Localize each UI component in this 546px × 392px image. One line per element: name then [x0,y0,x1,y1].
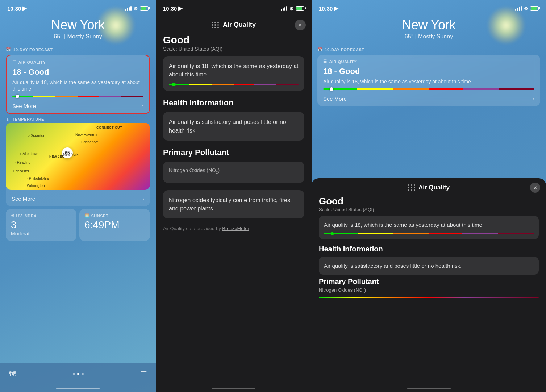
uv-label: ☀ UV INDEX [11,213,71,218]
p2-good-header: Good Scale: United States (AQI) [163,34,304,52]
p2-pollutant-sub: Nitrogen Oxides (NO2) [169,167,299,174]
chevron-icon-1: › [142,103,143,109]
map-label-bridgeport: Bridgeport [81,140,98,144]
thermometer-icon-1: 🌡 [6,117,10,121]
wifi-icon-1: ⊛ [134,6,138,11]
panel-2-air-quality: 10:30 ▶ ⊛ Air Quality [156,0,312,392]
p2-title: Air Quality [223,21,256,29]
battery-icon-1 [140,6,149,11]
p3-aqi-text: Air quality is 18, which is the same as … [324,221,534,229]
temperature-map-card-1[interactable]: CONNECTICUT ○ Scranton New Haven ○ Bridg… [6,123,150,206]
time-3: 10:30 [319,5,333,12]
calendar-icon-1: 📅 [6,47,11,52]
status-right-1: ⊛ [125,6,149,11]
aqi-dot-3 [330,87,333,91]
status-right-2: ⊛ [281,6,304,11]
p3-aqi-bar [324,233,534,234]
aqi-dot-1 [16,95,19,98]
p3-overlay-content: Good Scale: United States (AQI) Air qual… [312,196,546,298]
p2-aqi-bar [169,84,299,85]
city-name-3: New York [319,17,539,33]
mini-cards-1: ☀ UV INDEX 3 Moderate 🌅 SUNSET 6:49PM [6,209,150,241]
sunset-icon: 🌅 [84,213,90,218]
time-1: 10:30 [7,5,21,12]
p3-pollutant-title: Primary Pollutant [319,278,539,286]
temp-3: 65° [405,33,413,39]
map-label-scranton: ○ Scranton [28,134,45,138]
p2-good-title: Good [163,34,304,46]
location-icon-3: ▶ [334,5,338,12]
home-indicator-1 [56,388,100,389]
air-quality-desc-3: Air quality is 18, which is the same as … [323,78,534,85]
map-see-more-1[interactable]: See More › [6,190,150,206]
p3-overlay-header: Air Quality ✕ [312,178,546,196]
see-more-3[interactable]: See More › [323,94,534,102]
air-quality-label-3: ☶ AIR QUALITY [323,59,534,64]
uv-icon: ☀ [11,213,15,218]
p3-good-scale: Scale: United States (AQI) [319,207,539,212]
sunset-card: 🌅 SUNSET 6:49PM [79,209,150,241]
forecast-label-3: 📅 10-DAY FORECAST [317,47,540,52]
p3-pollutant-sub: Nitrogen Oxides (NO2) [319,287,539,294]
sunset-value: 6:49PM [84,220,145,231]
p2-good-scale: Scale: United States (AQI) [163,46,304,52]
see-more-1[interactable]: See More › [12,101,143,109]
air-quality-icon-1: ☶ [12,60,16,64]
temp-section-label-1: 🌡 TEMPERATURE [6,117,150,121]
list-nav-icon[interactable]: ☰ [141,370,147,378]
condition-1: Mostly Sunny [67,33,102,39]
signal-icon-3 [515,6,522,11]
aqi-bar-1 [12,96,143,97]
air-quality-desc-1: Air quality is 18, which is the same as … [12,79,143,92]
p2-health-title: Health Information [163,98,304,108]
city-temp-condition-3: 65° | Mostly Sunny [319,33,539,40]
home-indicator-2 [212,388,255,389]
temperature-map-1: CONNECTICUT ○ Scranton New Haven ○ Bridg… [6,123,150,190]
map-label-philadelphia: ○ Philadelphia [26,176,49,180]
p2-aqi-dot [172,83,176,86]
map-label-allentown: ○ Allentown [20,152,38,156]
breezometer-link[interactable]: BreezoMeter [222,226,249,231]
air-quality-value-3: 18 - Good [323,67,534,76]
p2-pollutant-title: Primary Pollutant [163,148,304,157]
signal-icon-2 [281,6,287,11]
status-bar-1: 10:30 ▶ ⊛ [0,0,156,14]
panel-1-iphone-weather: 10:30 ▶ ⊛ New York 65° | Mostly Sunny 📅 [0,0,156,392]
p2-aqi-text: Air quality is 18, which is the same as … [169,62,299,79]
p3-pollutant-bar [319,297,539,298]
map-label-newhaven: New Haven ○ [75,133,97,137]
temp-1: 65° [54,33,62,39]
city-temp-condition-1: 65° | Mostly Sunny [7,33,149,40]
map-nav-icon[interactable]: 🗺 [9,370,16,378]
city-name-1: New York [7,17,149,33]
battery-icon-3 [530,6,539,11]
p2-aqi-info-card: Air quality is 18, which is the same as … [163,56,304,91]
nav-dots-1 [73,373,84,375]
p3-aqi-info-card: Air quality is 18, which is the same as … [319,216,539,239]
status-left-1: 10:30 ▶ [7,5,27,12]
p3-air-quality-overlay: Air Quality ✕ Good Scale: United States … [312,178,546,392]
air-quality-card-1[interactable]: ☶ AIR QUALITY 18 - Good Air quality is 1… [6,55,150,114]
air-quality-card-3: ☶ AIR QUALITY 18 - Good Air quality is 1… [317,55,540,106]
uv-value: 3 [11,220,71,231]
city-header-1: New York 65° | Mostly Sunny [0,14,156,47]
status-left-3: 10:30 ▶ [319,5,338,12]
calendar-icon-3: 📅 [317,47,323,52]
p3-overlay-title: Air Quality [418,184,450,191]
map-label-lancaster: ○ Lancaster [10,169,29,173]
p3-good-title: Good [319,196,539,207]
p2-title-area: Air Quality [212,21,256,29]
map-label-connecticut: CONNECTICUT [96,126,122,129]
close-button-2[interactable]: ✕ [295,20,306,30]
time-2: 10:30 [163,5,177,12]
p3-health-card: Air quality is satisfactory and poses li… [319,257,539,275]
condition-3: Mostly Sunny [418,33,453,39]
nav-dot-2 [77,373,79,375]
p2-pollutant-card: Nitrogen Oxides (NO2) [163,162,304,183]
p3-close-button[interactable]: ✕ [530,183,540,193]
battery-icon-2 [296,6,304,11]
p2-health-card: Air quality is satisfactory and poses li… [163,112,304,140]
p2-content: Good Scale: United States (AQI) Air qual… [156,34,312,237]
p3-overlay-title-area: Air Quality [408,184,450,191]
map-label-reading: ○ Reading [14,160,30,164]
